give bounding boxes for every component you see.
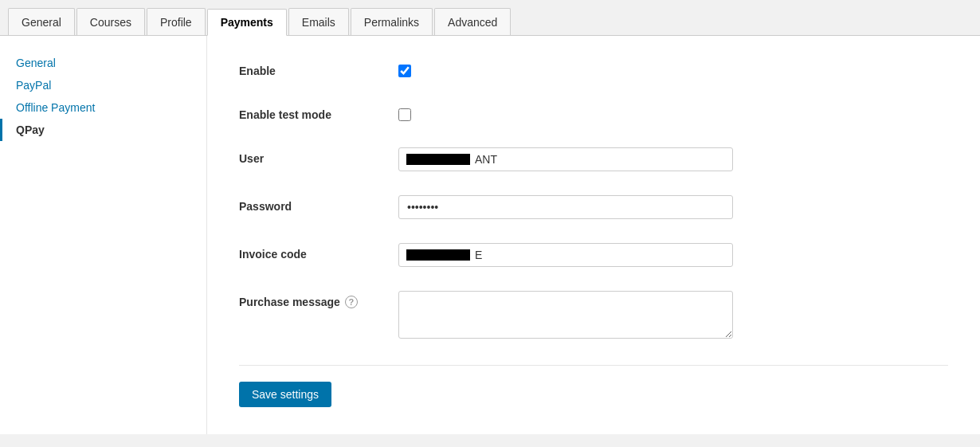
purchase-message-label: Purchase message ? xyxy=(239,291,398,308)
enable-label: Enable xyxy=(239,60,398,77)
top-tabs: General Courses Profile Payments Emails … xyxy=(0,0,980,36)
enable-checkbox[interactable] xyxy=(398,65,411,77)
main-layout: General PayPal Offline Payment QPay Enab… xyxy=(0,36,980,434)
sidebar-item-offline-payment[interactable]: Offline Payment xyxy=(0,96,206,119)
password-label: Password xyxy=(239,195,398,213)
form-divider xyxy=(239,365,948,366)
invoice-code-label: Invoice code xyxy=(239,243,398,261)
sidebar: General PayPal Offline Payment QPay xyxy=(0,36,207,434)
invoice-code-control xyxy=(398,243,733,267)
password-control xyxy=(398,195,733,219)
invoice-code-input-wrapper xyxy=(398,243,733,267)
password-input[interactable] xyxy=(398,195,733,219)
form-row-purchase-message: Purchase message ? xyxy=(239,291,948,341)
user-input[interactable] xyxy=(398,147,733,171)
purchase-message-control xyxy=(398,291,733,341)
form-row-password: Password xyxy=(239,195,948,219)
save-settings-button[interactable]: Save settings xyxy=(239,382,331,407)
enable-test-mode-checkbox[interactable] xyxy=(398,108,411,121)
enable-control xyxy=(398,60,733,80)
form-row-invoice-code: Invoice code xyxy=(239,243,948,267)
sidebar-item-general[interactable]: General xyxy=(0,52,206,74)
enable-test-mode-control xyxy=(398,104,733,124)
enable-test-mode-label: Enable test mode xyxy=(239,104,398,121)
form-row-enable-test: Enable test mode xyxy=(239,104,948,124)
invoice-code-input[interactable] xyxy=(398,243,733,267)
tab-advanced[interactable]: Advanced xyxy=(434,8,511,35)
tab-permalinks[interactable]: Permalinks xyxy=(351,8,433,35)
user-control xyxy=(398,147,733,171)
tab-general[interactable]: General xyxy=(8,8,75,35)
tab-courses[interactable]: Courses xyxy=(76,8,145,35)
form-row-enable: Enable xyxy=(239,60,948,80)
content-area: Enable Enable test mode User Passw xyxy=(207,36,980,434)
tab-profile[interactable]: Profile xyxy=(147,8,206,35)
sidebar-item-paypal[interactable]: PayPal xyxy=(0,74,206,96)
purchase-message-textarea[interactable] xyxy=(398,291,733,339)
tab-payments[interactable]: Payments xyxy=(207,9,287,36)
user-label: User xyxy=(239,147,398,165)
sidebar-item-qpay[interactable]: QPay xyxy=(0,119,206,141)
tab-emails[interactable]: Emails xyxy=(288,8,349,35)
user-input-wrapper xyxy=(398,147,733,171)
purchase-message-help-icon[interactable]: ? xyxy=(345,296,358,308)
form-row-user: User xyxy=(239,147,948,171)
